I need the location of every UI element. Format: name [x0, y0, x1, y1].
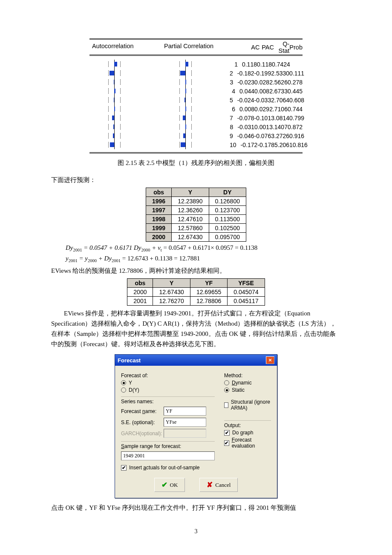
sample-range-label: Sample range for forecast:: [121, 443, 215, 449]
corr-row: 2-0.182-0.1992.53300.111: [89, 69, 303, 78]
table-row: 200012.674300.095700: [146, 233, 246, 242]
corr-row: 8-0.0310.0013.14070.872: [89, 122, 303, 131]
hdr-q: Q-Stat: [274, 40, 289, 54]
hdr-prob: Prob: [289, 44, 303, 51]
corr-row: 40.0440.0082.67330.445: [89, 87, 303, 95]
method-label: Method:: [224, 373, 271, 379]
check-off-icon: [224, 402, 228, 408]
figure-caption: 图 2.15 表 2.5 中模型（1）残差序列的相关图，偏相关图: [51, 159, 341, 167]
hdr-partcorr: Partial Correlation: [163, 43, 222, 52]
t1-h1: Y: [172, 188, 209, 197]
table-row: 200012.6743012.696550.045074: [127, 288, 265, 297]
eviews-result-text: EViews 给出的预测值是 12.78806，两种计算途径的结果相同。: [51, 266, 341, 276]
radio-off-icon: [224, 380, 229, 385]
table-row: 199812.476100.113500: [146, 215, 246, 224]
check-fe[interactable]: ✔Forecast evaluation: [224, 437, 271, 449]
series-names-label: Series names:: [121, 399, 215, 405]
se-label: S.E. (optional):: [121, 419, 160, 425]
radio-static[interactable]: Static: [224, 387, 271, 393]
t1-h0: obs: [146, 188, 172, 197]
t2-h0: obs: [127, 279, 153, 288]
forecast-dialog: Forecast × Forecast of: Y D(Y) Series na…: [115, 354, 277, 498]
table-row: 200112.7627012.788060.045117: [127, 297, 265, 306]
table-forecast: obs Y YF YFSE 200012.6743012.696550.0450…: [127, 278, 265, 306]
close-icon[interactable]: ×: [266, 356, 274, 364]
corr-row: 5-0.024-0.0332.70640.608: [89, 95, 303, 104]
operation-paragraph: EViews 操作是，把样本容量调整到 1949-2001。打开估计式窗口，在方…: [51, 308, 341, 349]
after-dialog-text: 点击 OK 键，YF 和 YFse 序列出现在工作文件中。打开 YF 序列窗口，…: [51, 503, 341, 513]
check-on-icon: ✔: [224, 430, 230, 436]
corr-row: 60.0080.0292.71060.744: [89, 104, 303, 113]
dialog-title: Forecast: [118, 357, 141, 364]
radio-on-icon: [224, 387, 229, 393]
corr-row: 7-0.078-0.1013.08140.799: [89, 113, 303, 122]
forecast-of-label: Forecast of:: [121, 373, 215, 379]
table-dy: obs Y DY 199612.238900.126800199712.3626…: [146, 188, 246, 242]
check-structural[interactable]: Structural (ignore ARMA): [224, 399, 271, 411]
hdr-pac: PAC: [259, 44, 274, 51]
t2-h3: YFSE: [228, 279, 265, 288]
page-number: 3: [51, 528, 341, 535]
radio-on-icon: [121, 380, 126, 385]
table-row: 199612.238900.126800: [146, 197, 246, 206]
t1-h2: DY: [209, 188, 246, 197]
radio-dynamic[interactable]: Dynamic: [224, 380, 271, 386]
t2-h1: Y: [153, 279, 190, 288]
table-row: 199712.362600.123700: [146, 206, 246, 215]
se-input[interactable]: [164, 418, 206, 427]
garch-input: [164, 429, 206, 438]
radio-dy[interactable]: D(Y): [121, 387, 215, 393]
ok-icon: ✔: [161, 480, 167, 489]
corr-row: 3-0.0230.0282.56260.278: [89, 78, 303, 87]
cancel-icon: ✘: [207, 480, 213, 489]
check-on-icon: ✔: [121, 465, 127, 471]
check-on-icon: ✔: [224, 440, 229, 446]
insert-actuals-check[interactable]: ✔Insert actuals for out-of-sample: [121, 465, 215, 471]
corr-row: 9-0.046-0.0763.27260.916: [89, 131, 303, 140]
hdr-ac: AC: [245, 44, 260, 51]
forecast-name-input[interactable]: [164, 407, 206, 416]
radio-off-icon: [121, 387, 126, 393]
check-dograph[interactable]: ✔Do graph: [224, 430, 271, 436]
table-row: 199912.578600.102500: [146, 224, 246, 233]
garch-label: GARCH(optional):: [121, 431, 160, 436]
forecast-intro: 下面进行预测：: [51, 175, 341, 185]
corr-row: 10-0.172-0.1785.20610.816: [89, 140, 303, 149]
fname-label: Forecast name:: [121, 408, 160, 414]
t2-h2: YF: [190, 279, 227, 288]
ok-button[interactable]: ✔OK: [154, 478, 185, 492]
cancel-button[interactable]: ✘Cancel: [199, 478, 238, 492]
correlogram-panel: Autocorrelation Partial Correlation AC P…: [89, 38, 303, 153]
corr-row: 10.1180.1180.7424: [89, 60, 303, 69]
output-label: Output:: [224, 422, 271, 428]
equation-2: y2001 = y2000 + Dy2001 = 12.6743 + 0.113…: [51, 255, 341, 263]
radio-y[interactable]: Y: [121, 380, 215, 386]
equation-1: Dy2001 = 0.0547 + 0.6171 Dy2000 + vt = 0…: [51, 244, 341, 252]
hdr-autocorr: Autocorrelation: [89, 43, 152, 52]
sample-range-input[interactable]: [121, 451, 215, 460]
dialog-titlebar: Forecast ×: [115, 355, 277, 366]
